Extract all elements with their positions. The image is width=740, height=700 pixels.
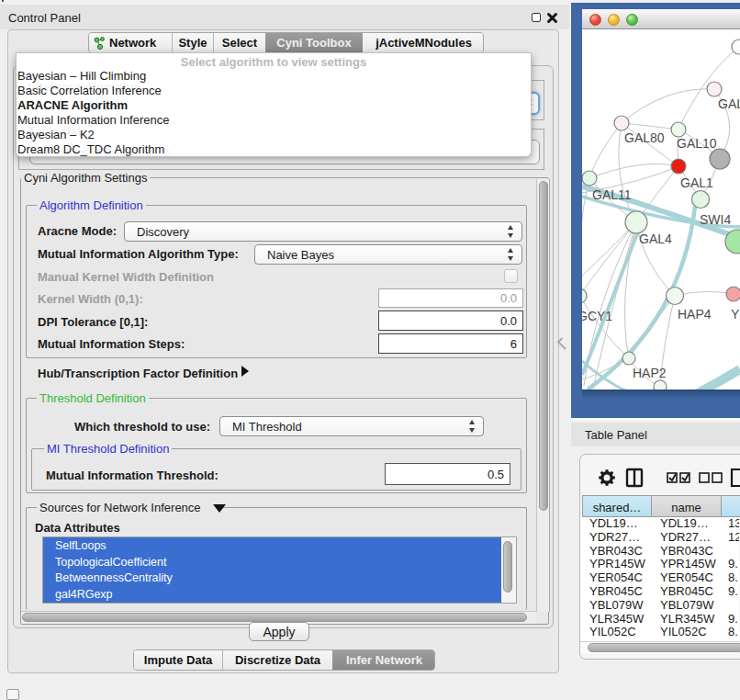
svg-text:GAL4: GAL4 (639, 231, 672, 246)
svg-text:GAL1: GAL1 (680, 175, 713, 190)
svg-text:GAL80: GAL80 (624, 130, 665, 145)
svg-text:GAL10: GAL10 (677, 136, 717, 151)
svg-text:SWI4: SWI4 (700, 212, 731, 227)
svg-text:GAL11: GAL11 (592, 187, 632, 202)
svg-text:HAP4: HAP4 (678, 307, 712, 322)
svg-text:HAP2: HAP2 (633, 366, 667, 380)
svg-text:GCY1: GCY1 (582, 309, 612, 323)
svg-text:GAL: GAL (718, 96, 740, 111)
svg-text:Y: Y (731, 307, 740, 322)
